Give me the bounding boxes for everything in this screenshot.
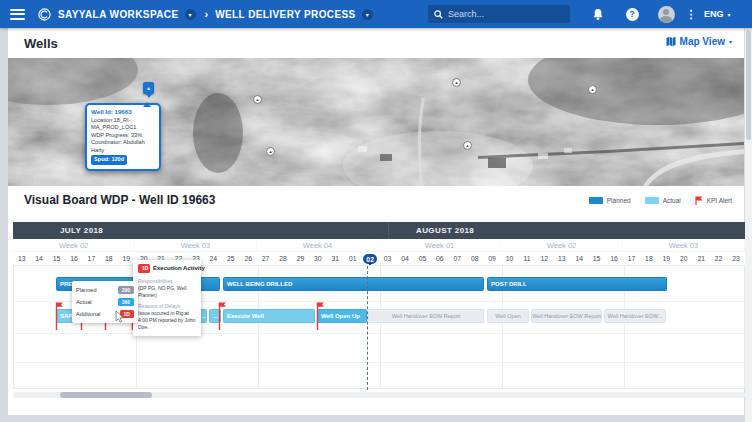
workspace-breadcrumb[interactable]: SAYYALA WORKSPACE xyxy=(58,9,179,20)
well-marker[interactable]: ▲ xyxy=(253,95,262,104)
gantt-bar[interactable]: POST DRILL xyxy=(487,277,667,291)
responsibilities-value: (DP PG, NO PG, Well Planner) xyxy=(138,285,196,299)
day-cell[interactable]: 20 xyxy=(675,252,692,265)
day-cell[interactable]: 05 xyxy=(414,252,431,265)
day-cell[interactable]: 18 xyxy=(640,252,657,265)
day-cell[interactable]: 25 xyxy=(222,252,239,265)
gantt-bar[interactable]: Well Handover EOW... xyxy=(604,309,666,323)
day-cell[interactable]: 01 xyxy=(344,252,361,265)
day-cell[interactable]: 13 xyxy=(553,252,570,265)
day-cell[interactable]: 16 xyxy=(605,252,622,265)
gantt-month-row: JULY 2018AUGUST 2018 xyxy=(13,222,745,239)
well-marker[interactable]: ▲ xyxy=(463,141,472,150)
day-cell[interactable]: 16 xyxy=(65,252,82,265)
day-cell[interactable]: 24 xyxy=(205,252,222,265)
planned-value-badge: 290 xyxy=(118,286,134,294)
delays-value: Issue occured in Rig at 4:00 PM reported… xyxy=(138,310,196,331)
week-cell: Week 02 xyxy=(501,239,623,251)
day-cell[interactable]: 19 xyxy=(658,252,675,265)
day-cell[interactable]: 07 xyxy=(449,252,466,265)
process-caret-icon[interactable]: ▾ xyxy=(362,9,373,20)
well-marker[interactable]: ▲ xyxy=(452,78,461,87)
map-view-toggle[interactable]: Map View ▾ xyxy=(666,36,732,47)
day-cell[interactable]: 28 xyxy=(274,252,291,265)
day-cell[interactable]: 26 xyxy=(239,252,256,265)
process-breadcrumb[interactable]: WELL DELIVERY PROCESS xyxy=(215,9,355,20)
day-cell[interactable]: 12 xyxy=(536,252,553,265)
activity-title: Execution Activity xyxy=(153,264,205,272)
day-cell-selected[interactable]: 02 xyxy=(361,252,378,265)
kpi-alert-flag-icon xyxy=(55,302,64,330)
stats-row: Additional 1D xyxy=(76,308,134,320)
search-box[interactable] xyxy=(428,5,570,23)
map-view-caret-icon: ▾ xyxy=(729,38,732,45)
legend-planned: Planned xyxy=(589,197,631,204)
help-icon[interactable]: ? xyxy=(622,0,642,28)
today-marker-line xyxy=(367,266,368,390)
day-cell[interactable]: 23 xyxy=(727,252,744,265)
well-location-line1: Location:18_RI- xyxy=(91,117,155,125)
gantt-bar[interactable]: Well Handover EOW Report xyxy=(368,309,484,323)
day-cell[interactable]: 22 xyxy=(710,252,727,265)
more-options-icon[interactable]: ⋮ xyxy=(684,0,698,28)
legend-actual: Actual xyxy=(645,197,681,204)
planned-swatch xyxy=(589,197,603,204)
week-cell: Week 01 xyxy=(379,239,501,251)
app-logo xyxy=(38,8,51,21)
day-cell[interactable]: 18 xyxy=(100,252,117,265)
day-cell[interactable]: 10 xyxy=(501,252,518,265)
day-cell[interactable]: 17 xyxy=(623,252,640,265)
day-cell[interactable]: 04 xyxy=(396,252,413,265)
month-cell: JULY 2018 xyxy=(13,222,388,239)
wells-map[interactable]: ▲ Well Id: 19663 Location:18_RI- MA_PROD… xyxy=(8,58,744,186)
day-cell[interactable]: 13 xyxy=(13,252,30,265)
spud-badge: Spud: 120d xyxy=(91,155,127,165)
legend-kpi-alert: KPI Alert xyxy=(695,196,732,205)
search-icon xyxy=(434,10,443,19)
workspace-caret-icon[interactable]: ▾ xyxy=(185,9,196,20)
gantt-bar[interactable]: Execute Well xyxy=(223,309,315,323)
board-title: Visual Board WDP - Well ID 19663 xyxy=(24,193,215,207)
day-cell[interactable]: 29 xyxy=(292,252,309,265)
well-marker[interactable]: ▲ xyxy=(266,147,275,156)
gantt-bar[interactable]: WELL BEING DRILLED xyxy=(223,277,484,291)
map-icon xyxy=(666,36,676,47)
gantt-day-row: 1314151617181920212223242526272829303101… xyxy=(13,252,745,265)
notifications-bell-icon[interactable] xyxy=(588,0,608,28)
scrollbar-thumb[interactable] xyxy=(60,392,152,398)
day-cell[interactable]: 14 xyxy=(30,252,47,265)
day-cell[interactable]: 14 xyxy=(571,252,588,265)
user-avatar[interactable] xyxy=(656,0,676,28)
cursor-icon xyxy=(115,311,124,323)
day-cell[interactable]: 21 xyxy=(692,252,709,265)
day-cell[interactable]: 06 xyxy=(431,252,448,265)
day-cell[interactable]: 31 xyxy=(327,252,344,265)
day-cell[interactable]: 27 xyxy=(257,252,274,265)
menu-icon[interactable] xyxy=(10,9,25,20)
day-cell[interactable]: 15 xyxy=(588,252,605,265)
browser-scrollbar[interactable] xyxy=(745,28,752,422)
gantt-bar[interactable]: Well Open xyxy=(487,309,529,323)
language-caret-icon: ▾ xyxy=(728,11,731,18)
gantt-bar[interactable]: Well Handover EOW Report xyxy=(531,309,602,323)
gantt-horizontal-scrollbar[interactable] xyxy=(13,392,745,398)
day-cell[interactable]: 11 xyxy=(518,252,535,265)
well-progress: WDP Progress: 33% xyxy=(91,132,155,140)
search-input[interactable] xyxy=(448,9,558,19)
month-cell: AUGUST 2018 xyxy=(388,222,745,239)
stats-row: Actual 360 xyxy=(76,296,134,308)
day-cell[interactable]: 03 xyxy=(379,252,396,265)
well-coordinator: Coordinator: Abdullah Harty xyxy=(91,139,155,154)
stats-row: Planned 290 xyxy=(76,284,134,296)
day-cell[interactable]: 09 xyxy=(483,252,500,265)
day-cell[interactable]: 30 xyxy=(309,252,326,265)
well-info-tooltip: Well Id: 19663 Location:18_RI- MA_PROD_L… xyxy=(85,103,161,171)
day-cell[interactable]: 15 xyxy=(48,252,65,265)
well-marker[interactable]: ▲ xyxy=(588,85,597,94)
day-cell[interactable]: 17 xyxy=(83,252,100,265)
language-selector[interactable]: ENG ▾ xyxy=(704,0,731,28)
day-cell[interactable]: 08 xyxy=(466,252,483,265)
delays-label: Reasons of Delays xyxy=(138,303,196,310)
legend: Planned Actual KPI Alert xyxy=(589,196,732,205)
week-cell: Week 03 xyxy=(135,239,257,251)
